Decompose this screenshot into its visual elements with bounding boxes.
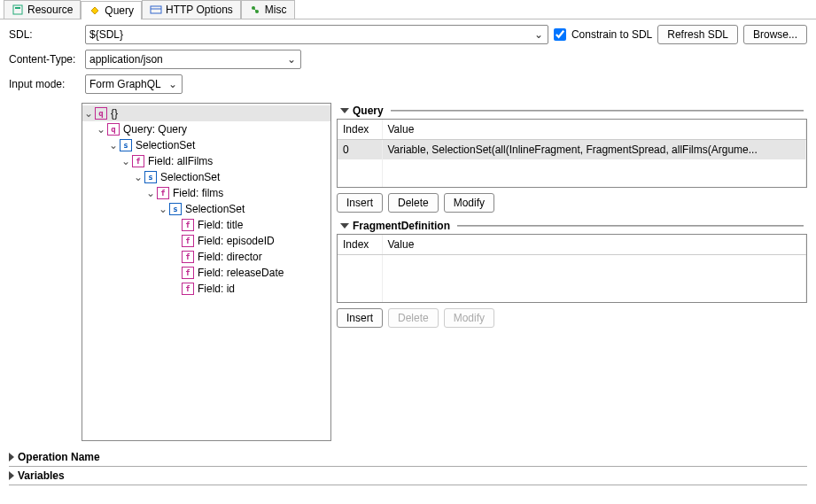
- tab-label: Resource: [27, 4, 73, 16]
- tree-field-films[interactable]: ⌄ f Field: films: [82, 185, 330, 201]
- modify-button[interactable]: Modify: [444, 308, 494, 328]
- fragment-table-panel: Index Value: [337, 234, 807, 303]
- tab-bar: Resource Query HTTP Options Misc: [0, 0, 816, 19]
- chevron-down-icon: ⌄: [533, 28, 544, 41]
- table-row[interactable]: [338, 159, 806, 175]
- expander-label: Variables: [18, 469, 65, 482]
- tree-label: Field: releaseDate: [198, 267, 284, 279]
- twisty-icon: ⌄: [169, 267, 182, 279]
- tree-label: {}: [111, 107, 118, 120]
- badge-s-icon: s: [120, 139, 132, 151]
- twisty-icon[interactable]: ⌄: [107, 139, 120, 151]
- svg-rect-1: [15, 7, 20, 9]
- sdl-combo[interactable]: ${SDL} ⌄: [85, 25, 548, 44]
- variables-expander[interactable]: Variables: [9, 467, 807, 485]
- tree-field-leaf[interactable]: ⌄ f Field: director: [82, 249, 330, 265]
- tree-field-allfilms[interactable]: ⌄ f Field: allFilms: [82, 153, 330, 169]
- tree-label: Field: allFilms: [148, 155, 213, 167]
- tree-query[interactable]: ⌄ q Query: Query: [82, 121, 330, 137]
- chevron-down-icon: [340, 108, 349, 113]
- badge-f-icon: f: [182, 219, 194, 231]
- badge-f-icon: f: [182, 267, 194, 279]
- constrain-checkbox[interactable]: [554, 28, 566, 41]
- tree-field-leaf[interactable]: ⌄ f Field: releaseDate: [82, 265, 330, 281]
- tree-label: SelectionSet: [160, 171, 220, 183]
- twisty-icon: ⌄: [169, 219, 182, 231]
- badge-f-icon: f: [157, 187, 169, 199]
- delete-button[interactable]: Delete: [388, 193, 439, 213]
- tab-misc[interactable]: Misc: [241, 0, 295, 19]
- col-value[interactable]: Value: [382, 120, 806, 140]
- input-mode-combo[interactable]: Form GraphQL ⌄: [85, 74, 183, 94]
- query-section-header[interactable]: Query: [337, 103, 807, 119]
- tab-query[interactable]: Query: [81, 1, 142, 19]
- twisty-icon: ⌄: [169, 235, 182, 247]
- content-type-combo[interactable]: application/json ⌄: [85, 50, 301, 69]
- expander-label: Operation Name: [18, 451, 100, 463]
- tab-resource[interactable]: Resource: [4, 0, 81, 19]
- tree-selectionset[interactable]: ⌄ s SelectionSet: [82, 169, 330, 185]
- tree-field-leaf[interactable]: ⌄ f Field: title: [82, 217, 330, 233]
- query-table-panel: Index Value 0 Variable, SelectionSet(all…: [337, 119, 807, 188]
- tree-selectionset[interactable]: ⌄ s SelectionSet: [82, 201, 330, 217]
- fragment-section-header[interactable]: FragmentDefinition: [337, 218, 807, 234]
- col-index[interactable]: Index: [338, 235, 382, 255]
- badge-f-icon: f: [132, 155, 144, 167]
- twisty-icon[interactable]: ⌄: [82, 107, 95, 120]
- chevron-right-icon: [9, 453, 14, 461]
- operation-name-expander[interactable]: Operation Name: [9, 448, 807, 467]
- browse-button[interactable]: Browse...: [743, 25, 807, 44]
- resource-icon: [12, 4, 24, 16]
- tree-field-leaf[interactable]: ⌄ f Field: episodeID: [82, 233, 330, 249]
- col-index[interactable]: Index: [338, 120, 382, 140]
- twisty-icon: ⌄: [169, 251, 182, 263]
- refresh-sdl-button[interactable]: Refresh SDL: [657, 25, 738, 44]
- tree-selectionset[interactable]: ⌄ s SelectionSet: [82, 137, 330, 153]
- input-mode-label: Input mode:: [9, 78, 80, 90]
- badge-f-icon: f: [182, 251, 194, 263]
- table-row[interactable]: [338, 271, 806, 287]
- tree-label: Field: director: [198, 251, 262, 263]
- tab-label: HTTP Options: [166, 4, 233, 16]
- tree-field-leaf[interactable]: ⌄ f Field: id: [82, 281, 330, 297]
- tree-label: SelectionSet: [185, 203, 245, 215]
- chevron-right-icon: [9, 471, 14, 480]
- chevron-down-icon: [340, 223, 349, 229]
- twisty-icon[interactable]: ⌄: [132, 171, 144, 183]
- insert-button[interactable]: Insert: [337, 308, 383, 328]
- table-row[interactable]: [338, 175, 806, 188]
- table-row[interactable]: 0 Variable, SelectionSet(all(InlineFragm…: [338, 140, 806, 160]
- content-type-value: application/json: [89, 53, 286, 66]
- cell-index: 0: [338, 140, 382, 160]
- query-table[interactable]: Index Value 0 Variable, SelectionSet(all…: [338, 120, 806, 188]
- tab-label: Misc: [265, 4, 287, 16]
- delete-button[interactable]: Delete: [388, 308, 439, 328]
- tab-http-options[interactable]: HTTP Options: [142, 0, 241, 19]
- table-row[interactable]: [338, 255, 806, 271]
- twisty-icon[interactable]: ⌄: [120, 155, 132, 167]
- badge-f-icon: f: [182, 235, 194, 247]
- svg-rect-0: [13, 5, 22, 14]
- badge-s-icon: s: [144, 171, 157, 183]
- tree-label: SelectionSet: [136, 139, 195, 151]
- col-value[interactable]: Value: [382, 235, 806, 255]
- modify-button[interactable]: Modify: [444, 193, 494, 213]
- tree-label: Field: title: [198, 219, 243, 231]
- fragment-table[interactable]: Index Value: [338, 235, 806, 303]
- badge-q-icon: q: [95, 107, 107, 120]
- table-row[interactable]: [338, 287, 806, 303]
- twisty-icon[interactable]: ⌄: [157, 203, 169, 215]
- twisty-icon[interactable]: ⌄: [95, 123, 107, 136]
- constrain-label: Constrain to SDL: [571, 28, 652, 41]
- misc-icon: [249, 4, 261, 16]
- chevron-down-icon: ⌄: [167, 78, 178, 90]
- sdl-label: SDL:: [9, 28, 80, 41]
- tree-root[interactable]: ⌄ q {}: [82, 105, 330, 121]
- http-icon: [150, 4, 162, 16]
- twisty-icon: ⌄: [169, 283, 182, 295]
- tree-label: Field: episodeID: [198, 235, 275, 247]
- twisty-icon[interactable]: ⌄: [144, 187, 157, 199]
- content-type-label: Content-Type:: [9, 53, 80, 66]
- badge-f-icon: f: [182, 283, 194, 295]
- insert-button[interactable]: Insert: [337, 193, 383, 213]
